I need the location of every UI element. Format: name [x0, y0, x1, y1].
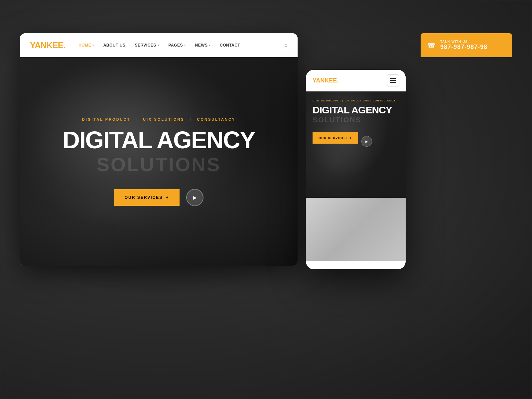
phone-bottom-image [306, 198, 406, 261]
phone-play-button[interactable]: ▶ [361, 136, 372, 147]
phone-hero-title: DIGITAL AGENCY [313, 105, 399, 115]
desktop-mockup: YANKEE. HOME ▾ ABOUT US SERVICES ▾ PAGES… [20, 33, 298, 266]
cta-phone-number: 987-987-987-98 [440, 44, 487, 51]
phone-hero-ghost-title: SOLUTIONS [313, 116, 399, 124]
phone-icon: ☎ [427, 41, 436, 49]
hero-buttons: OUR SERVICES + ▶ [114, 189, 203, 206]
desktop-nav: HOME ▾ ABOUT US SERVICES ▾ PAGES ▾ NEWS … [78, 42, 288, 48]
nav-item-contact[interactable]: CONTACT [220, 43, 240, 48]
search-icon[interactable]: ⌕ [284, 42, 288, 48]
phone-mockup: YANKEE. DIGITAL PRODUCT | UIX SOLUTIONS … [306, 70, 406, 269]
cta-header-bar: ☎ TALK WITH US 987-987-987-98 [421, 33, 512, 57]
chevron-down-icon: ▾ [158, 44, 159, 47]
nav-item-home[interactable]: HOME ▾ [78, 43, 94, 48]
phone-our-services-button[interactable]: OUR SERVICES + [313, 132, 358, 144]
desktop-header: YANKEE. HOME ▾ ABOUT US SERVICES ▾ PAGES… [20, 33, 298, 57]
nav-item-about[interactable]: ABOUT US [103, 43, 126, 48]
cta-text-block: TALK WITH US 987-987-987-98 [440, 40, 487, 51]
phone-bottom-section [306, 198, 406, 261]
phone-header: YANKEE. [306, 70, 406, 91]
hamburger-menu-button[interactable] [387, 74, 399, 86]
phone-hero-subtitle: DIGITAL PRODUCT | UIX SOLUTIONS | CONSUL… [313, 99, 399, 102]
nav-item-news[interactable]: NEWS ▾ [195, 43, 210, 48]
hamburger-icon [390, 78, 396, 83]
desktop-hero: DIGITAL PRODUCT | UIX SOLUTIONS | CONSUL… [20, 57, 298, 266]
phone-play-icon: ▶ [365, 140, 368, 143]
play-button[interactable]: ▶ [186, 189, 203, 206]
phone-hero: DIGITAL PRODUCT | UIX SOLUTIONS | CONSUL… [306, 91, 406, 198]
nav-item-services[interactable]: SERVICES ▾ [135, 43, 159, 48]
hero-content: DIGITAL PRODUCT | UIX SOLUTIONS | CONSUL… [20, 57, 298, 266]
chevron-down-icon: ▾ [209, 44, 210, 47]
hero-ghost-title: SOLUTIONS [96, 153, 221, 176]
hero-title: DIGITAL AGENCY [63, 128, 255, 152]
our-services-button[interactable]: OUR SERVICES + [114, 189, 180, 206]
phone-hero-content: DIGITAL PRODUCT | UIX SOLUTIONS | CONSUL… [306, 91, 406, 157]
phone-logo[interactable]: YANKEE. [313, 77, 338, 84]
chevron-down-icon: ▾ [184, 44, 186, 47]
play-icon: ▶ [193, 195, 197, 200]
desktop-logo[interactable]: YANKEE. [30, 40, 65, 51]
nav-item-pages[interactable]: PAGES ▾ [168, 43, 186, 48]
hero-subtitle: DIGITAL PRODUCT | UIX SOLUTIONS | CONSUL… [82, 117, 235, 121]
cta-label: TALK WITH US [440, 40, 487, 44]
chevron-down-icon: ▾ [92, 44, 94, 47]
phone-hero-buttons: OUR SERVICES + ▶ [313, 132, 399, 150]
